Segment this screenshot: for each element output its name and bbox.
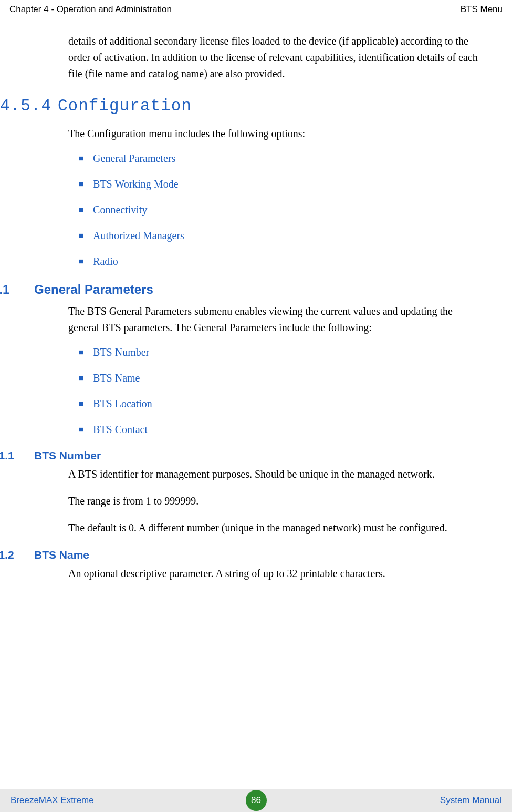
bullet-icon: ■ xyxy=(79,399,83,408)
bts-number-para-2: The range is from 1 to 999999. xyxy=(68,493,480,509)
section-number: 4.5.4.1.2 xyxy=(0,549,34,561)
list-item: ■ BTS Working Mode xyxy=(79,178,480,190)
bullet-icon: ■ xyxy=(79,348,83,357)
list-item: ■ General Parameters xyxy=(79,152,480,165)
list-item: ■ BTS Location xyxy=(79,398,480,410)
bullet-icon: ■ xyxy=(79,257,83,266)
bullet-icon: ■ xyxy=(79,374,83,383)
section-heading-configuration: 4.5.4 Configuration xyxy=(0,97,480,115)
list-item: ■ Connectivity xyxy=(79,204,480,216)
bullet-icon: ■ xyxy=(79,205,83,214)
link-connectivity[interactable]: Connectivity xyxy=(93,204,147,216)
link-bts-location[interactable]: BTS Location xyxy=(93,398,152,410)
bts-number-para-3: The default is 0. A different number (un… xyxy=(68,520,480,536)
bullet-icon: ■ xyxy=(79,154,83,163)
link-authorized-managers[interactable]: Authorized Managers xyxy=(93,230,184,242)
link-radio[interactable]: Radio xyxy=(93,255,118,268)
page-number-badge: 86 xyxy=(246,790,267,811)
link-general-parameters[interactable]: General Parameters xyxy=(93,152,175,165)
page-footer: BreezeMAX Extreme 86 System Manual xyxy=(0,789,512,812)
section-number: 4.5.4 xyxy=(0,97,58,115)
footer-product: BreezeMAX Extreme xyxy=(11,795,94,806)
section-heading-bts-number: 4.5.4.1.1 BTS Number xyxy=(0,449,480,462)
page-header: Chapter 4 - Operation and Administration… xyxy=(0,0,512,17)
section-heading-general-parameters: 4.5.4.1 General Parameters xyxy=(0,282,480,297)
link-bts-contact[interactable]: BTS Contact xyxy=(93,424,148,436)
page-content: details of additional secondary license … xyxy=(0,17,512,582)
section-heading-bts-name: 4.5.4.1.2 BTS Name xyxy=(0,549,480,561)
link-bts-name[interactable]: BTS Name xyxy=(93,372,140,384)
section-number: 4.5.4.1.1 xyxy=(0,449,34,462)
header-chapter: Chapter 4 - Operation and Administration xyxy=(9,4,172,15)
footer-document: System Manual xyxy=(440,795,501,806)
link-bts-working-mode[interactable]: BTS Working Mode xyxy=(93,178,178,190)
section-title: BTS Number xyxy=(34,449,101,462)
list-item: ■ BTS Number xyxy=(79,346,480,358)
bts-number-para-1: A BTS identifier for management purposes… xyxy=(68,466,480,482)
list-item: ■ BTS Name xyxy=(79,372,480,384)
configuration-options-list: ■ General Parameters ■ BTS Working Mode … xyxy=(79,152,480,268)
list-item: ■ Radio xyxy=(79,255,480,268)
list-item: ■ Authorized Managers xyxy=(79,230,480,242)
bullet-icon: ■ xyxy=(79,180,83,189)
list-item: ■ BTS Contact xyxy=(79,424,480,436)
header-section: BTS Menu xyxy=(461,4,503,15)
link-bts-number[interactable]: BTS Number xyxy=(93,346,149,358)
intro-paragraph: details of additional secondary license … xyxy=(68,33,480,82)
section-title: Configuration xyxy=(58,97,192,115)
configuration-intro: The Configuration menu includes the foll… xyxy=(68,126,480,142)
general-parameters-intro: The BTS General Parameters submenu enabl… xyxy=(68,303,480,336)
bullet-icon: ■ xyxy=(79,231,83,240)
section-number: 4.5.4.1 xyxy=(0,282,34,297)
section-title: BTS Name xyxy=(34,549,89,561)
bts-name-para: An optional descriptive parameter. A str… xyxy=(68,566,480,582)
section-title: General Parameters xyxy=(34,282,153,297)
general-parameters-list: ■ BTS Number ■ BTS Name ■ BTS Location ■… xyxy=(79,346,480,436)
bullet-icon: ■ xyxy=(79,425,83,434)
